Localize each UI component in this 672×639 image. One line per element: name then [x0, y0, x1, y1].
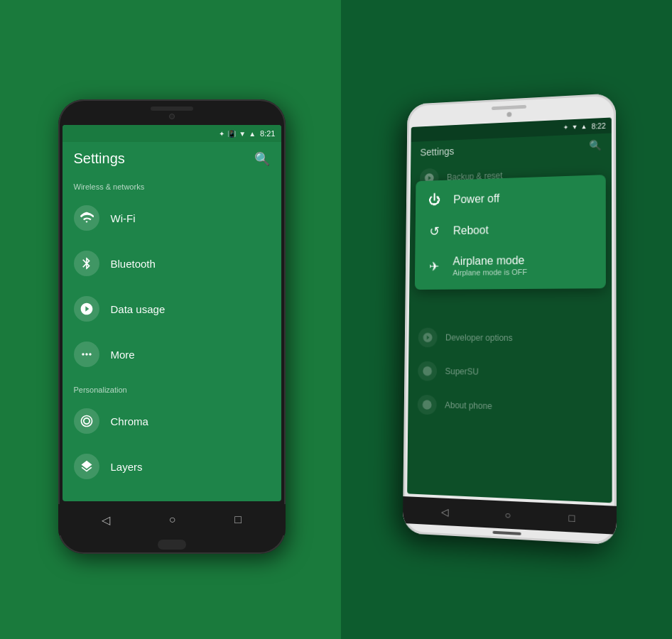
- phone1-speaker: [151, 106, 193, 111]
- recents-nav-button[interactable]: □: [234, 513, 242, 526]
- phone2-supersu-icon: [418, 361, 437, 381]
- settings-list: Wireless & networks Wi-Fi Bluetooth: [63, 174, 281, 501]
- phone2-developer-icon: [418, 328, 437, 348]
- wifi-icon: [74, 205, 99, 231]
- phone2-recents-button[interactable]: □: [568, 512, 575, 524]
- phone2-screen: ✦ ▼ ▲ 8:22 Settings 🔍 Backup & reset: [407, 117, 612, 503]
- reboot-label: Reboot: [452, 224, 488, 237]
- phone2-search-button[interactable]: 🔍: [589, 139, 601, 151]
- phone2-about-icon: [417, 395, 436, 415]
- data-usage-label: Data usage: [111, 303, 166, 315]
- power-off-icon: ⏻: [426, 192, 443, 207]
- bluetooth-icon: [74, 251, 99, 276]
- bluetooth-label: Bluetooth: [111, 258, 156, 270]
- phone1-status-bar: ✦ 📳 ▼ ▲ 8:21: [63, 125, 281, 142]
- more-label: More: [111, 349, 135, 361]
- phone1-nav-bar: ◁ ○ □: [58, 504, 286, 535]
- layers-label: Layers: [111, 461, 143, 473]
- phone1-toolbar: Settings 🔍: [63, 142, 281, 174]
- phone1-title: Settings: [74, 151, 125, 167]
- chroma-item[interactable]: Chroma: [63, 398, 281, 444]
- svg-point-0: [423, 366, 432, 376]
- chroma-label: Chroma: [111, 415, 148, 427]
- home-nav-button[interactable]: ○: [169, 513, 176, 526]
- wifi-item[interactable]: Wi-Fi: [63, 195, 281, 241]
- more-item[interactable]: More: [63, 332, 281, 377]
- section-wireless: Wireless & networks: [63, 174, 281, 195]
- phone2-camera: [506, 112, 511, 117]
- data-usage-item[interactable]: Data usage: [63, 286, 281, 332]
- airplane-sublabel: Airplane mode is OFF: [452, 268, 527, 277]
- phone2: ✦ ▼ ▲ 8:22 Settings 🔍 Backup & reset: [402, 93, 616, 545]
- phone2-bluetooth-icon: ✦: [563, 124, 568, 131]
- phone1-home-physical[interactable]: [158, 540, 186, 550]
- phone2-speaker: [492, 105, 526, 110]
- power-off-item[interactable]: ⏻ Power off: [415, 179, 605, 216]
- reboot-item[interactable]: ↺ Reboot: [415, 212, 605, 248]
- layers-item[interactable]: Layers: [63, 444, 281, 489]
- data-usage-icon: [74, 296, 99, 322]
- phone2-developer-item[interactable]: Developer options: [408, 321, 612, 356]
- section-personalization: Personalization: [63, 377, 281, 398]
- power-off-label: Power off: [453, 192, 499, 205]
- wifi-label: Wi-Fi: [111, 212, 136, 224]
- layers-icon: [74, 454, 99, 479]
- svg-point-1: [422, 400, 431, 409]
- search-button[interactable]: 🔍: [254, 151, 270, 167]
- more-icon: [74, 342, 99, 367]
- phone2-about-item[interactable]: About phone: [408, 388, 612, 427]
- phone2-nav-bar: ◁ ○ □: [402, 496, 616, 535]
- back-nav-button[interactable]: ◁: [102, 513, 110, 527]
- power-menu: ⏻ Power off ↺ Reboot ✈ Ai: [414, 175, 605, 290]
- phone1-camera: [169, 114, 175, 119]
- phone2-settings-list: Backup & reset System ⏻ Power off ↺: [407, 155, 612, 503]
- vibrate-status-icon: 📳: [227, 130, 236, 138]
- phone2-supersu-item[interactable]: SuperSU: [408, 354, 612, 391]
- signal-status-icon: ▲: [249, 130, 256, 138]
- reboot-icon: ↺: [426, 224, 442, 239]
- phone1-screen: ✦ 📳 ▼ ▲ 8:21 Settings 🔍 Wireless & netwo…: [63, 125, 281, 501]
- airplane-mode-item[interactable]: ✈ Airplane mode Airplane mode is OFF: [414, 244, 605, 285]
- bluetooth-item[interactable]: Bluetooth: [63, 241, 281, 286]
- phone2-developer-label: Developer options: [445, 333, 512, 343]
- phone2-back-button[interactable]: ◁: [440, 506, 448, 518]
- phone2-time: 8:22: [591, 121, 605, 130]
- phone1-time: 8:21: [260, 129, 275, 138]
- airplane-label: Airplane mode: [452, 254, 527, 268]
- airplane-icon: ✈: [426, 258, 442, 274]
- phone2-supersu-label: SuperSU: [445, 366, 478, 377]
- chroma-icon: [74, 408, 99, 434]
- phone2-title: Settings: [420, 146, 454, 158]
- phone2-home-button[interactable]: ○: [504, 509, 511, 521]
- bluetooth-status-icon: ✦: [219, 130, 224, 138]
- wifi-status-icon: ▼: [239, 130, 246, 138]
- phone1: ✦ 📳 ▼ ▲ 8:21 Settings 🔍 Wireless & netwo…: [58, 99, 286, 554]
- phone2-signal-icon: ▲: [580, 123, 587, 130]
- phone2-bottom-bar: [492, 531, 521, 535]
- phone2-about-label: About phone: [445, 400, 492, 411]
- phone2-wifi-icon: ▼: [571, 124, 578, 131]
